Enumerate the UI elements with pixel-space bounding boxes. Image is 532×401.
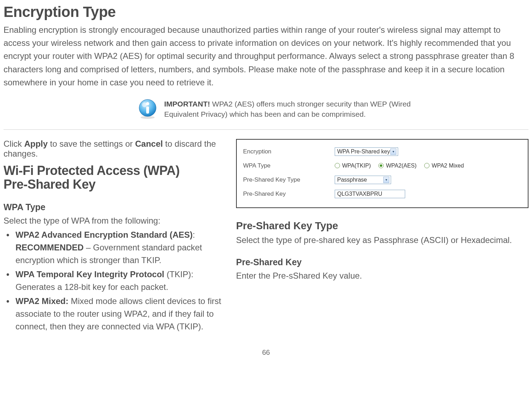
psk-label: Pre-Shared Key	[243, 190, 335, 198]
wpa-type-heading: WPA Type	[4, 202, 222, 212]
svg-rect-3	[146, 107, 149, 114]
text-bold: WPA2 Advanced Encryption Standard (AES)	[16, 230, 193, 239]
text: to save the settings or	[48, 139, 135, 148]
radio-wpa-tkip[interactable]: WPA(TKIP)	[335, 163, 371, 169]
table-row: Encryption WPA Pre-Shared key ▾	[243, 145, 521, 159]
cancel-label: Cancel	[135, 139, 163, 148]
psk-type-select[interactable]: Passphrase ▾	[335, 176, 391, 184]
apply-cancel-instruction: Click Apply to save the settings or Canc…	[4, 139, 222, 159]
important-label: IMPORTANT!	[164, 100, 210, 108]
important-callout: IMPORTANT! WPA2 (AES) offers much strong…	[137, 99, 528, 120]
important-text: IMPORTANT! WPA2 (AES) offers much strong…	[164, 99, 411, 120]
psk-input[interactable]: QLG3TVAXBPRU	[335, 190, 405, 198]
table-row: Pre-Shared Key Type Passphrase ▾	[243, 173, 521, 187]
intro-paragraph: Enabling encryption is strongly encourag…	[4, 23, 528, 89]
list-item: WPA2 Mixed: Mixed mode allows client dev…	[4, 295, 222, 333]
text: Wi-Fi Protected Access (WPA)	[4, 163, 180, 178]
divider	[4, 129, 528, 130]
svg-point-4	[146, 102, 149, 105]
apply-label: Apply	[24, 139, 48, 148]
psk-body: Enter the Pre-sShared Key value.	[236, 269, 528, 282]
radio-label: WPA2(AES)	[386, 163, 416, 169]
chevron-down-icon: ▾	[383, 177, 389, 183]
list-item: WPA Temporal Key Integrity Protocol (TKI…	[4, 268, 222, 293]
page-number: 66	[4, 348, 528, 357]
psk-type-heading: Pre-Shared Key Type	[236, 220, 528, 232]
text-bold: WPA Temporal Key Integrity Protocol	[16, 269, 164, 279]
radio-label: WPA2 Mixed	[432, 163, 464, 169]
list-item: WPA2 Advanced Encryption Standard (AES):…	[4, 229, 222, 267]
psk-heading: Pre-Shared Key	[236, 257, 528, 267]
wpa-type-intro: Select the type of WPA from the followin…	[4, 214, 222, 227]
radio-wpa2-mixed[interactable]: WPA2 Mixed	[424, 163, 464, 169]
text: Pre-Shared Key	[4, 177, 95, 192]
svg-point-2	[142, 102, 147, 107]
section-heading-wpa-psk: Wi-Fi Protected Access (WPA) Pre-Shared …	[4, 164, 222, 192]
text: :	[193, 230, 195, 239]
radio-label: WPA(TKIP)	[342, 163, 371, 169]
radio-icon	[424, 163, 429, 168]
encryption-select[interactable]: WPA Pre-Shared key ▾	[335, 147, 398, 156]
chevron-down-icon: ▾	[390, 148, 396, 155]
psk-type-body: Select the type of pre-shared key as Pas…	[236, 234, 528, 247]
select-value: WPA Pre-Shared key	[337, 148, 390, 155]
settings-panel-screenshot: Encryption WPA Pre-Shared key ▾ WPA Type…	[236, 139, 528, 208]
psk-type-label: Pre-Shared Key Type	[243, 176, 335, 183]
text: Click	[4, 139, 24, 148]
radio-icon	[378, 163, 384, 168]
text-bold: RECOMMENDED	[16, 243, 83, 252]
table-row: WPA Type WPA(TKIP) WPA2(AES) WPA2 Mixed	[243, 159, 521, 173]
radio-icon	[335, 163, 340, 168]
encryption-label: Encryption	[243, 148, 335, 155]
page-title: Encryption Type	[4, 4, 528, 20]
select-value: Passphrase	[337, 177, 367, 183]
table-row: Pre-Shared Key QLG3TVAXBPRU	[243, 187, 521, 201]
radio-wpa2-aes[interactable]: WPA2(AES)	[378, 163, 416, 169]
wpa-type-label: WPA Type	[243, 162, 335, 169]
info-icon	[137, 99, 158, 119]
text-bold: WPA2 Mixed:	[16, 296, 68, 306]
